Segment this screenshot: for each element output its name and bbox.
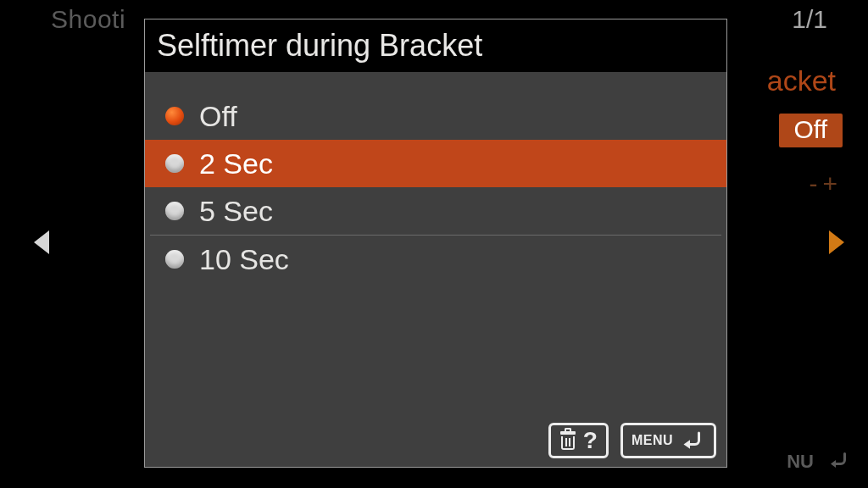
dialog-footer: ? MENU bbox=[145, 416, 726, 467]
nav-left-arrow-icon[interactable] bbox=[34, 230, 49, 254]
option-5sec[interactable]: 5 Sec bbox=[145, 187, 726, 235]
bg-bracket-order-fragment: -+ bbox=[809, 169, 843, 198]
help-icon: ? bbox=[583, 427, 598, 454]
dialog-option-list: Off 2 Sec 5 Sec 10 Sec bbox=[145, 72, 726, 416]
option-label: 2 Sec bbox=[199, 149, 273, 178]
radio-icon bbox=[165, 250, 184, 269]
menu-label: MENU bbox=[632, 433, 673, 448]
option-label: 5 Sec bbox=[199, 197, 273, 225]
dialog-title: Selftimer during Bracket bbox=[145, 19, 726, 72]
option-2sec[interactable]: 2 Sec bbox=[145, 140, 726, 187]
radio-icon bbox=[165, 202, 184, 220]
bg-breadcrumb-fragment: Shooti bbox=[51, 5, 125, 34]
delete-help-button[interactable]: ? bbox=[548, 423, 609, 458]
option-label: 10 Sec bbox=[199, 245, 289, 274]
selftimer-bracket-dialog: Selftimer during Bracket Off 2 Sec 5 Sec… bbox=[144, 19, 727, 468]
back-arrow-icon bbox=[680, 430, 705, 452]
radio-icon bbox=[165, 154, 184, 173]
option-label: Off bbox=[199, 102, 237, 130]
menu-back-button[interactable]: MENU bbox=[620, 423, 716, 458]
camera-menu-screen: Shooti 1/1 acket Off -+ NU Selftimer dur… bbox=[0, 0, 868, 488]
bg-value-badge: Off bbox=[779, 114, 843, 147]
trash-icon bbox=[559, 431, 576, 450]
radio-icon bbox=[165, 107, 184, 125]
bg-right-text-fragment: acket bbox=[767, 64, 836, 97]
option-off[interactable]: Off bbox=[145, 92, 726, 140]
nav-right-arrow-icon[interactable] bbox=[829, 230, 844, 254]
bg-page-indicator: 1/1 bbox=[792, 5, 827, 34]
bg-back-icon bbox=[826, 449, 851, 474]
option-10sec[interactable]: 10 Sec bbox=[145, 236, 726, 283]
bg-menu-fragment: NU bbox=[787, 451, 814, 473]
